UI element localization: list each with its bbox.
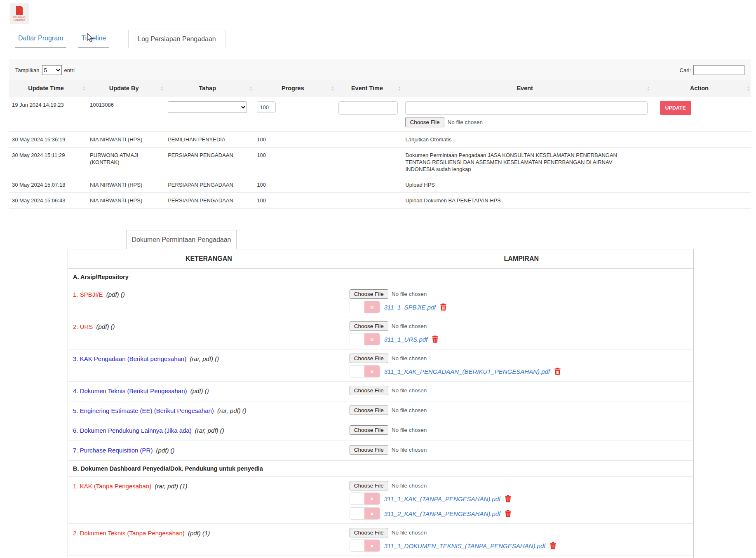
choose-file-button[interactable]: Choose File — [350, 425, 388, 435]
file-input[interactable]: Choose File No file chosen — [350, 481, 693, 490]
remove-attachment-toggle[interactable]: × — [350, 539, 380, 552]
sort-icon[interactable]: ▲▼ — [398, 86, 401, 91]
remove-attachment-toggle[interactable]: × — [350, 492, 380, 505]
column-header-update-time[interactable]: Update Time▲▼ — [9, 80, 87, 97]
tab-log-persiapan-pengadaan[interactable]: Log Persiapan Pengadaan — [128, 30, 225, 48]
update-button[interactable]: UPDATE — [660, 101, 691, 115]
log-table-header: Update Time▲▼ Update By▲▼ Tahap▲▼ Progre… — [9, 80, 751, 97]
show-entries-select[interactable]: 5 — [42, 65, 62, 75]
document-label-link[interactable]: 2. URS — [73, 323, 93, 330]
attachment-list: × 311_1_DOKUMEN_TEKNIS_(TANPA_PENGESAHAN… — [350, 539, 693, 552]
attachment-file-link[interactable]: 311_2_KAK_(TANPA_PENGESAHAN).pdf — [384, 510, 501, 517]
document-label-link[interactable]: 3. KAK Pengadaan (Berikut pengesahan) — [73, 355, 186, 362]
choose-file-button[interactable]: Choose File — [350, 406, 388, 415]
trash-icon[interactable] — [505, 510, 512, 517]
x-icon[interactable]: × — [364, 333, 380, 345]
choose-file-button[interactable]: Choose File — [350, 528, 388, 537]
attachment-file-link[interactable]: 311_1_SPBJIE.pdf — [384, 304, 436, 311]
choose-file-button[interactable]: Choose File — [350, 289, 388, 299]
column-header-action[interactable]: Action▲▼ — [651, 80, 751, 97]
file-input[interactable]: Choose File No file chosen — [350, 425, 693, 435]
document-row: 2. Dokumen Teknis (Tanpa Pengesahan) (pd… — [68, 523, 693, 556]
attachment-file-link[interactable]: 311_1_DOKUMEN_TEKNIS_(TANPA_PENGESAHAN).… — [384, 542, 546, 549]
column-header-event[interactable]: Event▲▼ — [402, 80, 650, 97]
action-cell — [651, 193, 751, 201]
sort-icon[interactable]: ▲▼ — [747, 86, 750, 91]
trash-icon[interactable] — [440, 303, 447, 311]
file-input[interactable]: Choose File No file chosen — [350, 528, 693, 537]
file-input[interactable]: Choose File No file chosen — [350, 445, 693, 455]
progres-value: 100 — [254, 148, 335, 163]
progres-value: 100 — [254, 193, 335, 208]
document-row: 4. Dokumen Teknis (Berikut Pengesahan) (… — [68, 381, 693, 401]
progres-input[interactable] — [257, 101, 276, 113]
document-filetype-suffix: (pdf) (1) — [188, 530, 210, 537]
choose-file-button[interactable]: Choose File — [350, 321, 388, 331]
file-input[interactable]: Choose File No file chosen — [350, 354, 693, 363]
log-table-row: 30 May 2024 15:07:18 NIA NIRWANTI (HPS) … — [9, 177, 751, 193]
remove-attachment-toggle[interactable]: × — [350, 507, 380, 520]
sort-icon[interactable]: ▲▼ — [647, 86, 650, 91]
file-input[interactable]: Choose File No file chosen — [350, 386, 693, 395]
tab-daftar-program[interactable]: Daftar Program — [15, 30, 66, 48]
choose-file-button[interactable]: Choose File — [350, 481, 388, 490]
tab-dokumen-permintaan-pengadaan[interactable]: Dokumen Permintaan Pengadaan — [126, 230, 237, 249]
column-header-lampiran: LAMPIRAN — [350, 249, 693, 268]
choose-file-button[interactable]: Choose File — [350, 445, 388, 455]
document-label-link[interactable]: 5. Enginering Estimaste (EE) (Berikut Pe… — [73, 407, 214, 414]
update-time-value: 30 May 2024 15:06:43 — [9, 193, 87, 208]
tahap-value: PERSIAPAN PENGADAAN — [164, 193, 254, 208]
column-header-tahap[interactable]: Tahap▲▼ — [164, 80, 254, 97]
file-input[interactable]: Choose File No file chosen — [350, 321, 693, 331]
event-file-input[interactable]: Choose File No file chosen — [405, 117, 647, 127]
file-status-text: No file chosen — [392, 407, 427, 413]
remove-attachment-toggle[interactable]: × — [350, 333, 380, 345]
file-input[interactable]: Choose File No file chosen — [350, 289, 693, 299]
choose-file-button[interactable]: Choose File — [405, 117, 444, 127]
app-icon[interactable]: Persiapan Dokumen — [10, 3, 29, 24]
remove-attachment-toggle[interactable]: × — [350, 365, 380, 377]
trash-icon[interactable] — [432, 335, 439, 343]
document-label-link[interactable]: 7. Purchase Requisition (PR) — [73, 447, 153, 454]
search-input[interactable] — [693, 65, 744, 75]
trash-icon[interactable] — [549, 542, 556, 549]
sort-icon[interactable]: ▲▼ — [331, 86, 334, 91]
x-icon[interactable]: × — [364, 493, 380, 504]
update-by-value: NIA NIRWANTI (HPS) — [87, 193, 164, 208]
x-icon[interactable]: × — [364, 508, 380, 519]
document-label-link[interactable]: 1. KAK (Tanpa Pengesahan) — [73, 483, 151, 490]
attachment-file-link[interactable]: 311_1_KAK_(TANPA_PENGESAHAN).pdf — [384, 495, 501, 502]
trash-icon[interactable] — [554, 368, 561, 375]
event-time-input[interactable] — [338, 101, 397, 115]
attachment-file-link[interactable]: 311_1_URS.pdf — [384, 336, 428, 343]
document-label-link[interactable]: 4. Dokumen Teknis (Berikut Pengesahan) — [73, 387, 187, 394]
trash-icon[interactable] — [505, 495, 512, 502]
document-label-link[interactable]: 2. Dokumen Teknis (Tanpa Pengesahan) — [73, 530, 185, 537]
file-input[interactable]: Choose File No file chosen — [350, 406, 693, 415]
document-row: 5. Enginering Estimaste (EE) (Berikut Pe… — [68, 401, 693, 421]
document-label-link[interactable]: 1. SPBJI/E — [73, 291, 103, 298]
x-icon[interactable]: × — [364, 540, 380, 551]
sort-icon[interactable]: ▲▼ — [82, 86, 85, 91]
choose-file-button[interactable]: Choose File — [350, 354, 388, 363]
x-icon[interactable]: × — [364, 301, 380, 313]
sort-icon[interactable]: ▲▼ — [249, 86, 252, 91]
choose-file-button[interactable]: Choose File — [350, 386, 388, 395]
document-row: 1. SPBJI/E (pdf) () Choose File No file … — [68, 285, 693, 317]
remove-attachment-toggle[interactable]: × — [350, 301, 380, 313]
log-table: Update Time▲▼ Update By▲▼ Tahap▲▼ Progre… — [9, 80, 751, 209]
attachment-list: × 311_1_KAK_(TANPA_PENGESAHAN).pdf × 311… — [350, 492, 693, 520]
column-header-update-by[interactable]: Update By▲▼ — [87, 80, 164, 97]
app-icon-label: Persiapan Dokumen — [13, 16, 25, 21]
column-header-event-time[interactable]: Event Time▲▼ — [335, 80, 402, 97]
tahap-value: PERSIAPAN PENGADAAN — [164, 148, 254, 163]
attachment-file-link[interactable]: 311_1_KAK_PENGADAAN_(BERIKUT_PENGESAHAN)… — [384, 368, 550, 375]
column-header-progres[interactable]: Progres▲▼ — [254, 80, 335, 97]
document-label-link[interactable]: 6. Dokumen Pendukung Lainnya (Jika ada) — [73, 427, 192, 434]
sort-icon[interactable]: ▲▼ — [160, 86, 163, 91]
tahap-select[interactable] — [168, 101, 247, 113]
attachment-row: × 311_1_DOKUMEN_TEKNIS_(TANPA_PENGESAHAN… — [350, 539, 693, 552]
update-by-value: 10013086 — [87, 97, 164, 113]
event-input[interactable] — [405, 101, 647, 115]
x-icon[interactable]: × — [364, 366, 380, 377]
